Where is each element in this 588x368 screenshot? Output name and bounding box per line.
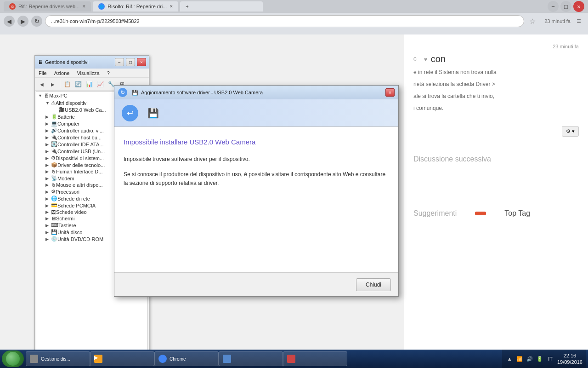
toolbar-props-btn[interactable]: 📋: [62, 79, 72, 89]
taskbar-app3-icon: [158, 355, 167, 363]
back-btn[interactable]: ◀: [4, 16, 15, 27]
dialog-footer: Chiudi: [114, 272, 398, 296]
tray-up-arrow[interactable]: ▲: [506, 355, 513, 362]
taskbar-app1-label: Gestione dis...: [41, 356, 70, 362]
taskbar-app4-icon: [223, 355, 231, 363]
tree-root-icon: 🖥: [44, 92, 49, 99]
error-title: Impossibile installare USB2.0 Web Camera: [124, 138, 389, 146]
browser-chrome: G Rif.: Reperire drivers web... × 🌐 Riso…: [0, 0, 588, 34]
tray-clock[interactable]: 22:16 19/09/2016: [557, 352, 582, 366]
page-line2: rietà seleziona la scheda Driver >: [413, 80, 579, 88]
tree-schermi-label: Schermi: [56, 216, 74, 221]
tree-host-label: Controller host bu...: [57, 135, 102, 140]
minimize-browser-btn[interactable]: −: [548, 1, 559, 12]
taskbar-app-1[interactable]: Gestione dis...: [26, 351, 90, 366]
tray-power-icon[interactable]: 🔋: [536, 355, 543, 362]
dialog-header-bar: ↩ 💾: [114, 99, 398, 127]
page-background: 23 minuti fa 0 ♥ con e in rete il Sistem…: [0, 34, 588, 368]
close-browser-btn[interactable]: ×: [573, 1, 584, 12]
toolbar-back-btn[interactable]: [37, 79, 47, 89]
bookmark-btn[interactable]: ☆: [527, 16, 538, 27]
toolbar-btn4[interactable]: 📈: [95, 79, 105, 89]
toolbar-sep1: [60, 80, 60, 88]
tree-proc-label: Processori: [56, 189, 79, 195]
taskbar-app-4[interactable]: [219, 351, 283, 366]
tree-video-label: Schede video: [56, 209, 87, 215]
tab2-close[interactable]: ×: [170, 3, 173, 10]
dialog-body: Impossibile installare USB2.0 Web Camera…: [114, 127, 398, 272]
devmgr-minimize-btn[interactable]: −: [115, 58, 124, 66]
tray-network-icon[interactable]: 📶: [516, 355, 523, 362]
tray-language[interactable]: IT: [546, 356, 554, 362]
tree-disco-label: Unità disco: [57, 230, 82, 235]
address-bar[interactable]: ...re31h-con-win7/m-p/2229503#M5822: [45, 15, 524, 27]
taskbar-tray: ▲ 📶 🔊 🔋 IT 22:16 19/09/2016: [502, 350, 586, 368]
browser-tab-2[interactable]: 🌐 Risolto: Rif.: Reperire dri... ×: [93, 1, 178, 12]
tree-hid-label: Human Interface D...: [56, 169, 103, 174]
taskbar-app3-label: Chrome: [170, 356, 186, 362]
tree-rete-label: Schede di rete: [57, 196, 90, 201]
tree-sistema-label: Dispositivi di sistem...: [56, 155, 104, 161]
taskbar-app1-icon: [30, 355, 38, 363]
dialog-titlebar: ↻ 💾 Aggiornamento software driver - USB2…: [114, 86, 398, 99]
start-orb: [6, 352, 20, 366]
refresh-btn[interactable]: ↻: [31, 16, 42, 27]
devmgr-title: Gestione dispositivi: [45, 59, 113, 65]
tree-computer-label: Computer: [57, 121, 79, 126]
dialog-icon-hdd: 💾: [132, 90, 138, 96]
tree-driver-label: Driver delle tecnolo...: [57, 162, 105, 168]
forward-btn[interactable]: ▶: [17, 16, 28, 27]
error-body1: Impossibile trovare software driver per …: [124, 155, 389, 164]
tab1-favicon: G: [9, 3, 16, 10]
tree-altri-arrow: ▼: [45, 101, 51, 105]
menu-azione[interactable]: Azione: [51, 70, 74, 76]
orange-badge: [475, 212, 486, 215]
error-body2: Se si conosce il produttore del disposit…: [124, 170, 389, 188]
toolbar-btn3[interactable]: 📊: [84, 79, 94, 89]
dialog-close-x-btn[interactable]: ×: [385, 88, 395, 97]
tray-date-text: 19/09/2016: [557, 359, 582, 365]
devmgr-menu: File Azione Visualizza ?: [35, 69, 149, 78]
page-content: 23 minuti fa 0 ♥ con e in rete il Sistem…: [404, 34, 588, 368]
tree-dvd-label: Unità DVD/CD-ROM: [57, 236, 103, 242]
chrome-menu-btn[interactable]: ≡: [573, 16, 584, 27]
back-nav-icon: ↩: [122, 105, 138, 121]
vote-count: 0: [413, 56, 417, 63]
tree-batt-arrow: ▶: [45, 115, 51, 119]
tree-tastiere-label: Tastiere: [58, 223, 76, 228]
address-text: ...re31h-con-win7/m-p/2229503#M5822: [51, 18, 140, 24]
tree-pcmcia-label: Schede PCMCIA: [57, 203, 96, 208]
devmgr-close-btn[interactable]: ×: [137, 58, 146, 66]
tree-altri-label: Altri dispositivi: [56, 100, 88, 106]
devmgr-titlebar: 🖥 Gestione dispositivi − □ ×: [35, 56, 149, 69]
menu-file[interactable]: File: [35, 70, 51, 76]
tab1-close[interactable]: ×: [82, 3, 85, 10]
tree-mouse-label: Mouse e altri dispo...: [56, 182, 103, 188]
dialog-chiudi-btn[interactable]: Chiudi: [356, 278, 391, 291]
timestamp: 23 minuti fa: [544, 18, 571, 24]
tray-time-text: 22:16: [557, 352, 582, 359]
taskbar-app-5[interactable]: [283, 351, 347, 366]
devmgr-restore-btn[interactable]: □: [126, 58, 135, 66]
taskbar-app-2[interactable]: ▶: [90, 351, 154, 366]
browser-tab-1[interactable]: G Rif.: Reperire drivers web... ×: [4, 1, 91, 12]
discussione-successiva: Discussione successiva: [413, 155, 491, 163]
toolbar-scan-btn[interactable]: 🔄: [73, 79, 83, 89]
gear-button[interactable]: ⚙ ▾: [562, 126, 579, 137]
taskbar-app-3[interactable]: Chrome: [154, 351, 219, 366]
maximize-browser-btn[interactable]: □: [560, 1, 571, 12]
menu-visualizza[interactable]: Visualizza: [73, 70, 103, 76]
toolbar-fwd-btn[interactable]: [48, 79, 58, 89]
tree-usb-icon: 🎥: [58, 107, 65, 113]
menu-help[interactable]: ?: [103, 70, 113, 76]
tree-usb-label: USB2.0 Web Ca...: [65, 107, 106, 113]
taskbar-app2-icon: ▶: [94, 355, 102, 363]
heart-icon[interactable]: ♥: [424, 56, 427, 63]
tree-altri-icon: ⚠: [51, 100, 56, 106]
new-tab-btn[interactable]: +: [180, 1, 263, 12]
taskbar-app5-icon: [287, 355, 295, 363]
start-button[interactable]: [2, 351, 24, 367]
tray-volume-icon[interactable]: 🔊: [526, 355, 533, 362]
browser-addressbar: ◀ ▶ ↻ ...re31h-con-win7/m-p/2229503#M582…: [0, 13, 588, 29]
top-tag-label: Top Tag: [504, 209, 530, 218]
